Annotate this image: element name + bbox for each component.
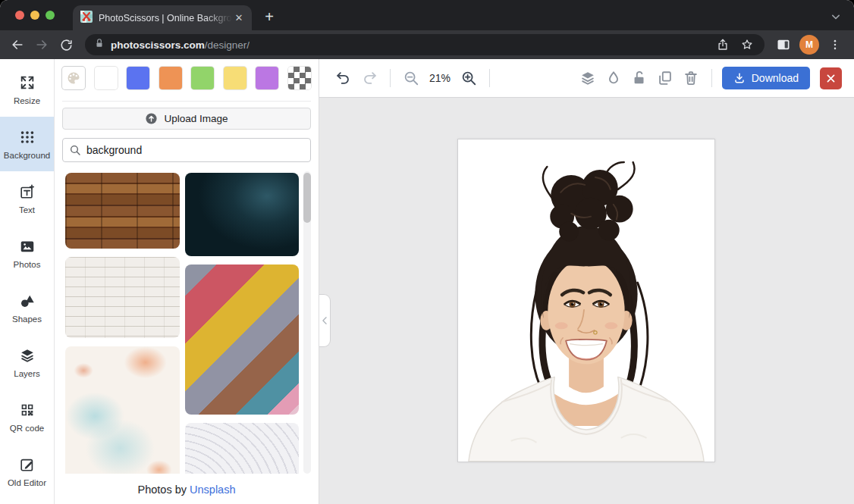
swatch-transparent[interactable] [288,67,311,89]
thumbnail-color-stripes[interactable] [185,265,300,415]
new-tab-button[interactable]: + [258,5,281,28]
sidebar-label: Resize [14,96,40,105]
canvas-area: 21% [319,59,854,504]
omnibox-actions [713,35,757,55]
color-swatches [62,67,311,89]
thumbnails-scrollbar[interactable] [303,171,311,474]
canvas-workspace[interactable] [319,98,854,504]
panel-collapse-handle[interactable] [319,294,331,347]
layers-tool-button[interactable] [577,67,598,89]
canvas-toolbar: 21% [319,59,854,98]
browser-tab[interactable]: PhotoScissors | Online Backgro ✕ [73,5,252,30]
duplicate-button[interactable] [655,67,676,89]
tool-sidebar: Resize Background Text Photos Shapes Lay… [0,59,55,504]
panel-divider [62,101,311,102]
qr-code-icon [19,402,36,418]
upload-icon [145,112,158,125]
sidebar-item-photos[interactable]: Photos [0,226,54,280]
droplet-tool-button[interactable] [603,67,624,89]
sidebar-label: Background [4,151,50,160]
swatch-orange[interactable] [159,67,182,89]
close-window-button[interactable] [15,11,24,20]
back-button[interactable] [6,33,29,56]
sidebar-item-text[interactable]: Text [0,171,54,226]
share-icon[interactable] [713,35,733,55]
toolbar-separator [711,69,712,87]
zoom-in-button[interactable] [458,67,479,89]
search-input[interactable] [86,144,304,156]
browser-menu-icon[interactable] [824,33,846,56]
swatch-green[interactable] [191,67,214,89]
sidebar-item-background[interactable]: Background [0,117,54,171]
footer-text: Photos by [138,484,187,496]
sidebar-label: QR code [10,424,44,433]
delete-button[interactable] [680,67,702,89]
zoom-out-button[interactable] [400,67,422,89]
browser-window: PhotoScissors | Online Backgro ✕ + photo… [0,0,854,504]
thumbnail-wood-planks[interactable] [65,173,180,249]
close-icon [825,73,837,84]
zoom-level: 21% [426,72,454,84]
sidebar-label: Layers [14,369,40,378]
upload-image-label: Upload Image [164,113,228,124]
sidebar-label: Shapes [12,315,42,324]
thumbnail-watercolor[interactable] [65,346,180,474]
url-domain: photoscissors.com [111,39,205,51]
tab-search-chevron-icon[interactable] [828,9,843,27]
download-label: Download [752,72,799,84]
thumbnail-white-waves[interactable] [185,423,300,474]
close-editor-button[interactable] [820,67,842,89]
shapes-icon [19,293,36,309]
toolbar-separator [390,69,391,87]
chevron-left-icon [321,316,328,325]
upload-image-button[interactable]: Upload Image [62,108,311,130]
undo-button[interactable] [333,67,354,89]
background-dots-icon [19,129,36,146]
redo-button[interactable] [359,67,380,89]
traffic-lights [15,11,55,20]
toolbar-separator [489,69,490,87]
swatch-blue[interactable] [127,67,149,89]
download-icon [733,72,746,84]
search-icon [69,144,81,156]
thumbnail-white-brick[interactable] [65,257,180,338]
swatch-white[interactable] [95,67,118,89]
tab-close-icon[interactable]: ✕ [232,11,246,25]
thumbnail-dark-clouds[interactable] [185,173,300,256]
text-icon [19,183,36,200]
resize-icon [19,74,36,91]
forward-button[interactable] [30,33,53,56]
background-search[interactable] [62,138,311,161]
color-picker-swatch[interactable] [62,67,85,89]
address-bar[interactable]: photoscissors.com/designer/ [85,34,765,55]
sidebar-item-shapes[interactable]: Shapes [0,280,54,335]
sidebar-label: Text [19,205,35,214]
sidebar-item-resize[interactable]: Resize [0,62,54,117]
photos-icon [19,238,36,255]
side-panel-icon[interactable] [772,33,795,56]
swatch-yellow[interactable] [224,67,246,89]
sidebar-item-layers[interactable]: Layers [0,335,54,390]
tab-strip: PhotoScissors | Online Backgro ✕ + [0,0,854,30]
reload-button[interactable] [55,33,77,56]
scrollbar-thumb[interactable] [303,173,311,223]
minimize-window-button[interactable] [30,11,39,20]
sidebar-item-old-editor[interactable]: Old Editor [0,444,54,499]
canvas-image[interactable] [457,139,715,462]
layers-icon [19,347,36,364]
sidebar-item-qr-code[interactable]: QR code [0,390,54,444]
browser-toolbar: photoscissors.com/designer/ M [0,30,854,59]
swatch-purple[interactable] [256,67,278,89]
lock-icon[interactable] [94,38,105,52]
bookmark-star-icon[interactable] [737,35,757,55]
background-panel: Upload Image [55,59,319,504]
tab-title: PhotoScissors | Online Backgro [99,13,232,23]
sidebar-label: Photos [14,260,41,269]
unlock-button[interactable] [629,67,650,89]
url-text: photoscissors.com/designer/ [111,39,250,51]
old-editor-icon [19,456,36,473]
fullscreen-window-button[interactable] [46,11,55,20]
download-button[interactable]: Download [722,67,810,89]
profile-avatar[interactable]: M [799,35,819,55]
unsplash-link[interactable]: Unsplash [190,484,235,496]
